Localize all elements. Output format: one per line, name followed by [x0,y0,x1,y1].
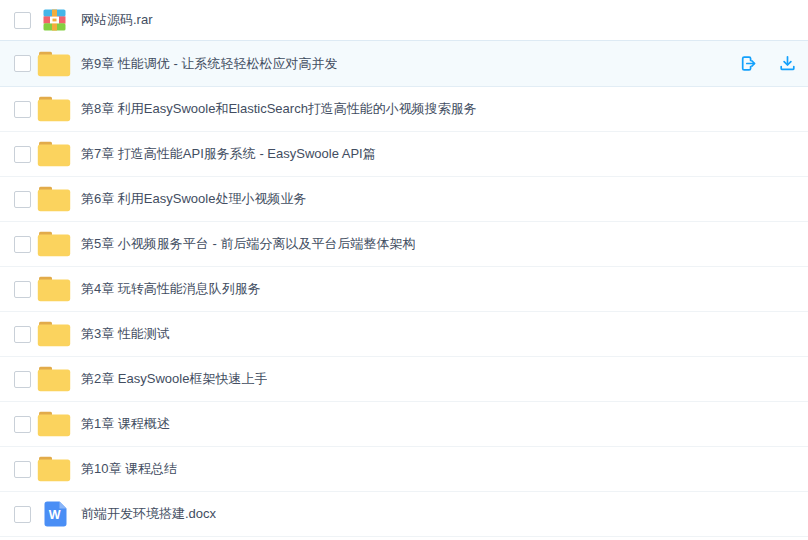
file-type-icon-box [37,186,71,212]
folder-icon [37,456,71,482]
file-type-icon-box: W [37,501,71,527]
row-checkbox[interactable] [14,55,31,72]
file-type-icon-box [37,366,71,392]
folder-icon [37,51,71,77]
file-row[interactable]: W 前端开发环境搭建.docx [0,492,808,537]
row-checkbox[interactable] [14,101,31,118]
row-checkbox[interactable] [14,326,31,343]
row-actions [740,41,806,86]
word-document-icon: W [42,501,67,527]
file-list: 网站源码.rar 第9章 性能调优 - 让系统轻轻松松应对高并发 [0,0,808,537]
folder-icon [37,141,71,167]
row-checkbox[interactable] [14,461,31,478]
folder-icon [37,276,71,302]
share-icon[interactable] [740,55,757,72]
file-row[interactable]: 第1章 课程概述 [0,402,808,447]
file-name[interactable]: 第4章 玩转高性能消息队列服务 [81,280,261,298]
file-name[interactable]: 第2章 EasySwoole框架快速上手 [81,370,267,388]
file-type-icon-box [37,456,71,482]
file-row[interactable]: 第10章 课程总结 [0,447,808,492]
folder-icon [37,186,71,212]
file-type-icon-box [37,141,71,167]
file-name[interactable]: 网站源码.rar [81,11,153,29]
file-name[interactable]: 第8章 利用EasySwoole和ElasticSearch打造高性能的小视频搜… [81,100,477,118]
file-row[interactable]: 网站源码.rar [0,0,808,41]
file-type-icon-box [37,96,71,122]
svg-text:W: W [48,508,60,522]
row-checkbox[interactable] [14,371,31,388]
folder-icon [37,321,71,347]
row-checkbox[interactable] [14,416,31,433]
row-checkbox[interactable] [14,236,31,253]
file-name[interactable]: 第10章 课程总结 [81,460,177,478]
file-row[interactable]: 第7章 打造高性能API服务系统 - EasySwoole API篇 [0,132,808,177]
file-name[interactable]: 第6章 利用EasySwoole处理小视频业务 [81,190,306,208]
file-row[interactable]: 第5章 小视频服务平台 - 前后端分离以及平台后端整体架构 [0,222,808,267]
file-row[interactable]: 第9章 性能调优 - 让系统轻轻松松应对高并发 [0,40,808,87]
file-row[interactable]: 第2章 EasySwoole框架快速上手 [0,357,808,402]
row-checkbox[interactable] [14,191,31,208]
file-row[interactable]: 第3章 性能测试 [0,312,808,357]
file-type-icon-box [37,276,71,302]
file-name[interactable]: 第3章 性能测试 [81,325,170,343]
row-checkbox[interactable] [14,281,31,298]
file-type-icon-box [37,321,71,347]
folder-icon [37,411,71,437]
file-name[interactable]: 第9章 性能调优 - 让系统轻轻松松应对高并发 [81,55,337,73]
row-checkbox[interactable] [14,12,31,29]
file-type-icon-box [37,411,71,437]
file-row[interactable]: 第8章 利用EasySwoole和ElasticSearch打造高性能的小视频搜… [0,87,808,132]
file-name[interactable]: 第7章 打造高性能API服务系统 - EasySwoole API篇 [81,145,376,163]
file-name[interactable]: 前端开发环境搭建.docx [81,505,216,523]
file-type-icon-box [37,231,71,257]
folder-icon [37,231,71,257]
file-name[interactable]: 第1章 课程概述 [81,415,170,433]
file-type-icon-box [37,9,71,31]
file-name[interactable]: 第5章 小视频服务平台 - 前后端分离以及平台后端整体架构 [81,235,415,253]
rar-archive-icon [43,9,66,31]
row-checkbox[interactable] [14,506,31,523]
file-row[interactable]: 第4章 玩转高性能消息队列服务 [0,267,808,312]
folder-icon [37,96,71,122]
file-row[interactable]: 第6章 利用EasySwoole处理小视频业务 [0,177,808,222]
folder-icon [37,366,71,392]
download-icon[interactable] [779,55,796,72]
row-checkbox[interactable] [14,146,31,163]
file-type-icon-box [37,51,71,77]
